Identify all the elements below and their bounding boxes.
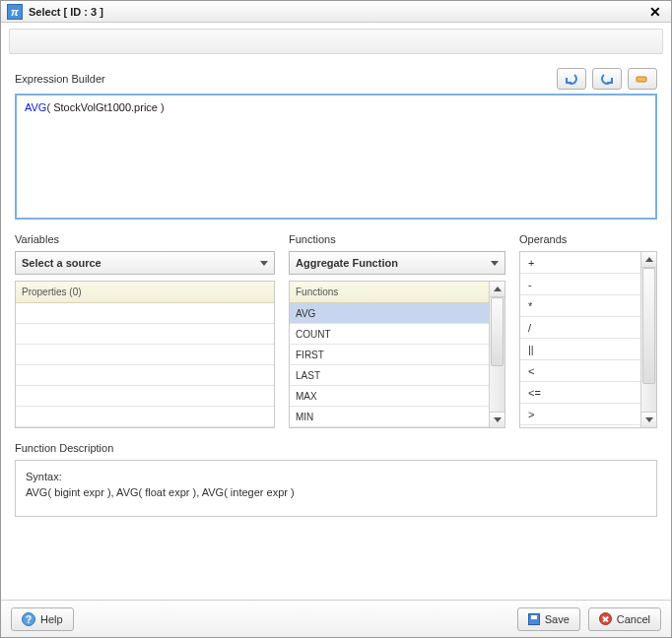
syntax-label: Syntax: <box>26 471 646 482</box>
scroll-thumb[interactable] <box>491 297 504 366</box>
redo-icon <box>599 72 615 86</box>
list-row <box>16 324 274 345</box>
undo-icon <box>564 72 579 86</box>
function-description-box: Syntax: AVG( bigint expr ), AVG( float e… <box>15 460 657 517</box>
scroll-track[interactable] <box>641 268 656 412</box>
function-description-label: Function Description <box>15 442 657 454</box>
functions-category-dropdown[interactable]: Aggregate Function <box>289 251 505 275</box>
syntax-text: AVG( bigint expr ), AVG( float expr ), A… <box>26 486 646 498</box>
scroll-thumb[interactable] <box>642 268 655 384</box>
scroll-down-button[interactable] <box>641 412 656 427</box>
cancel-button[interactable]: Cancel <box>588 607 661 631</box>
operands-list-wrap: + - * / || < <= > <box>519 251 657 428</box>
function-item[interactable]: LAST <box>290 365 489 386</box>
scroll-up-button[interactable] <box>641 252 656 268</box>
triangle-down-icon <box>645 417 653 422</box>
save-button-label: Save <box>545 613 570 625</box>
variables-column: Variables Select a source Properties (0) <box>15 233 275 428</box>
chevron-down-icon <box>491 261 499 266</box>
title-bar: π Select [ ID : 3 ] ✕ <box>1 1 671 23</box>
operands-list: + - * / || < <= > <box>520 252 640 427</box>
help-icon: ? <box>22 612 35 626</box>
functions-list-header: Functions <box>290 282 489 303</box>
window-title: Select [ ID : 3 ] <box>29 6 103 18</box>
function-item[interactable]: AVG <box>290 303 489 324</box>
operand-item[interactable]: <= <box>520 382 640 404</box>
list-row <box>16 386 274 407</box>
variables-dropdown-text: Select a source <box>22 257 101 269</box>
expression-editor[interactable]: AVG( StockVolGt1000.price ) <box>15 94 657 220</box>
help-button-label: Help <box>40 613 63 625</box>
operand-item[interactable]: > <box>520 404 640 425</box>
function-item[interactable]: COUNT <box>290 324 489 345</box>
variables-properties-header: Properties (0) <box>16 282 274 303</box>
function-item[interactable]: FIRST <box>290 345 489 365</box>
operands-column: Operands + - * / || < <= > <box>519 233 657 428</box>
functions-column: Functions Aggregate Function Functions A… <box>289 233 505 428</box>
function-item[interactable]: MAX <box>290 386 489 407</box>
save-button[interactable]: Save <box>517 607 580 631</box>
operand-item[interactable]: < <box>520 360 640 382</box>
expression-header: Expression Builder <box>15 68 657 90</box>
scroll-down-button[interactable] <box>490 412 504 427</box>
eraser-icon <box>635 72 650 86</box>
list-row <box>16 365 274 386</box>
functions-scrollbar[interactable] <box>489 282 504 427</box>
svg-rect-0 <box>637 77 646 82</box>
content-area: Expression Builder AVG( StockVolGt1000.p… <box>1 54 671 600</box>
triangle-up-icon <box>494 287 502 291</box>
expression-close-paren: ) <box>158 101 165 113</box>
cancel-button-label: Cancel <box>617 613 650 625</box>
expression-builder-label: Expression Builder <box>15 73 105 85</box>
toolbar-strip <box>9 29 663 54</box>
variables-properties-list: Properties (0) <box>15 281 275 428</box>
variables-source-dropdown[interactable]: Select a source <box>15 251 275 275</box>
operand-item[interactable]: * <box>520 295 640 317</box>
functions-list: Functions AVG COUNT FIRST LAST MAX MIN S… <box>290 282 489 427</box>
triangle-up-icon <box>645 257 653 262</box>
chevron-down-icon <box>260 261 268 266</box>
operands-scrollbar[interactable] <box>640 252 656 427</box>
operand-item[interactable]: - <box>520 274 640 295</box>
list-row <box>16 345 274 365</box>
footer-bar: ? Help Save Cancel <box>1 600 671 637</box>
redo-button[interactable] <box>592 68 622 90</box>
functions-list-wrap: Functions AVG COUNT FIRST LAST MAX MIN S… <box>289 281 505 428</box>
cancel-icon <box>599 612 612 625</box>
expression-function: AVG <box>25 101 46 113</box>
operand-item[interactable]: || <box>520 339 640 360</box>
operand-item[interactable]: + <box>520 252 640 274</box>
operands-label: Operands <box>519 233 657 245</box>
triangle-down-icon <box>494 417 502 422</box>
close-icon[interactable]: ✕ <box>645 4 665 20</box>
scroll-up-button[interactable] <box>490 282 504 297</box>
functions-dropdown-text: Aggregate Function <box>296 257 398 269</box>
function-item[interactable]: MIN <box>290 407 489 427</box>
dialog-window: π Select [ ID : 3 ] ✕ Expression Builder… <box>0 0 672 638</box>
variables-label: Variables <box>15 233 275 245</box>
app-pi-icon: π <box>7 4 23 20</box>
scroll-track[interactable] <box>490 297 504 412</box>
functions-label: Functions <box>289 233 505 245</box>
help-button[interactable]: ? Help <box>11 607 74 631</box>
list-row <box>16 303 274 324</box>
operand-item[interactable]: / <box>520 317 640 339</box>
list-row <box>16 407 274 427</box>
clear-button[interactable] <box>628 68 657 90</box>
expression-toolbar <box>557 68 657 90</box>
undo-button[interactable] <box>557 68 586 90</box>
expression-argument: StockVolGt1000.price <box>53 101 158 113</box>
columns-row: Variables Select a source Properties (0)… <box>15 233 657 428</box>
save-icon <box>528 613 540 625</box>
